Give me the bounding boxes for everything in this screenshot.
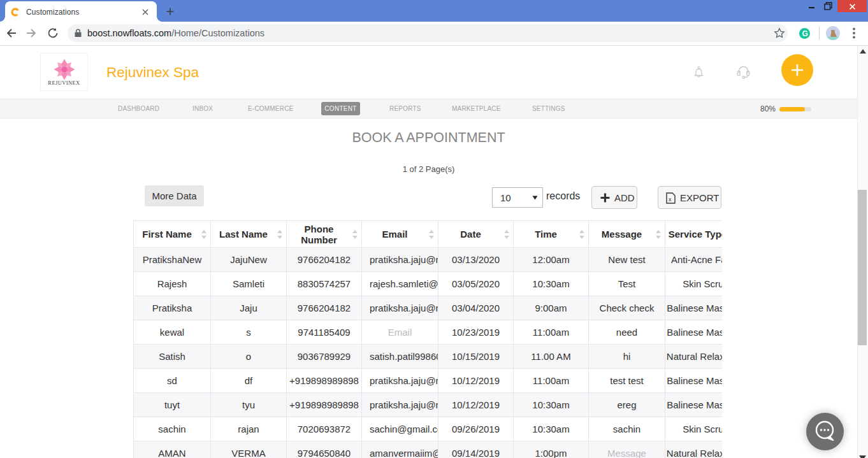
svg-text:x: x xyxy=(669,196,672,203)
